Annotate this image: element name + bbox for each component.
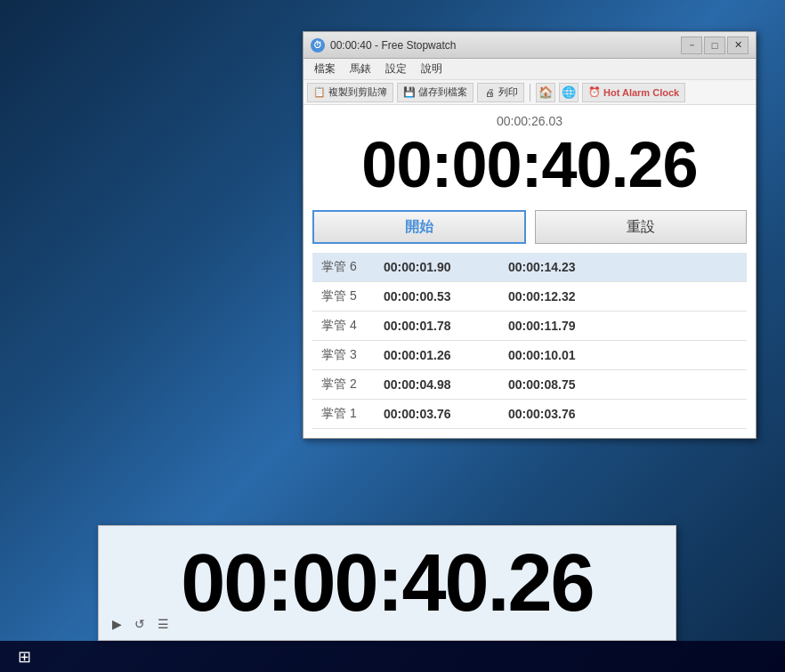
main-time-display: 00:00:40.26 — [312, 133, 747, 197]
menu-help[interactable]: 說明 — [414, 60, 449, 78]
title-bar: ⏱ 00:00:40 - Free Stopwatch － □ ✕ — [303, 32, 756, 59]
lap-time: 00:00:01.90 — [375, 253, 499, 282]
toolbar: 📋 複製到剪貼簿 💾 儲存到檔案 🖨 列印 🏠 🌐 ⏰ Hot Alarm Cl… — [303, 80, 756, 105]
minimize-button[interactable]: － — [681, 36, 702, 54]
lap-label: 掌管 4 — [312, 312, 375, 341]
lap-total-time: 00:00:03.76 — [499, 400, 747, 429]
menu-file[interactable]: 檔案 — [307, 60, 343, 78]
lap-label: 掌管 1 — [312, 400, 375, 429]
float-reset-button[interactable]: ↺ — [131, 615, 149, 633]
lap-time: 00:00:01.26 — [375, 341, 499, 370]
main-content: 00:00:26.03 00:00:40.26 開始 重設 掌管 6 00:00… — [303, 105, 756, 438]
close-button[interactable]: ✕ — [727, 36, 749, 54]
table-row: 掌管 1 00:00:03.76 00:00:03.76 — [312, 400, 747, 429]
lap-total-time: 00:00:08.75 — [499, 370, 747, 400]
save-label: 儲存到檔案 — [418, 85, 467, 99]
copy-label: 複製到剪貼簿 — [328, 85, 387, 99]
windows-start-button[interactable]: ⊞ — [4, 641, 45, 672]
lap-total-time: 00:00:14.23 — [499, 253, 747, 282]
lap-time: 00:00:04.98 — [375, 370, 499, 400]
window-icon: ⏱ — [311, 38, 325, 53]
taskbar: ⊞ — [0, 641, 785, 672]
print-button[interactable]: 🖨 列印 — [477, 83, 524, 102]
lap-label: 掌管 6 — [312, 253, 375, 282]
stopwatch-window: ⏱ 00:00:40 - Free Stopwatch － □ ✕ 檔案 馬錶 … — [303, 31, 757, 439]
print-label: 列印 — [498, 85, 518, 99]
laps-table: 掌管 6 00:00:01.90 00:00:14.23 掌管 5 00:00:… — [312, 253, 747, 429]
table-row: 掌管 5 00:00:00.53 00:00:12.32 — [312, 282, 747, 312]
window-title: 00:00:40 - Free Stopwatch — [330, 39, 681, 52]
menu-settings[interactable]: 設定 — [378, 60, 414, 78]
lap-label: 掌管 2 — [312, 370, 375, 400]
table-row: 掌管 4 00:00:01.78 00:00:11.79 — [312, 312, 747, 341]
maximize-button[interactable]: □ — [704, 36, 725, 54]
floating-time-display: 00:00:40.26 — [99, 543, 676, 623]
menu-bar: 檔案 馬錶 設定 說明 — [303, 59, 756, 80]
lap-label: 掌管 5 — [312, 282, 375, 312]
reset-button[interactable]: 重設 — [535, 210, 747, 244]
toolbar-separator — [530, 84, 530, 101]
lap-time: 00:00:03.76 — [375, 400, 499, 429]
float-settings-button[interactable]: ☰ — [154, 615, 172, 633]
save-file-button[interactable]: 💾 儲存到檔案 — [397, 83, 473, 102]
table-row: 掌管 3 00:00:01.26 00:00:10.01 — [312, 341, 747, 370]
table-row: 掌管 2 00:00:04.98 00:00:08.75 — [312, 370, 747, 400]
home-button[interactable]: 🏠 — [536, 83, 555, 102]
hot-alarm-button[interactable]: ⏰ Hot Alarm Clock — [582, 83, 685, 102]
menu-stopwatch[interactable]: 馬錶 — [343, 60, 378, 78]
subtitle-time: 00:00:26.03 — [312, 114, 747, 128]
lap-time: 00:00:00.53 — [375, 282, 499, 312]
lap-total-time: 00:00:11.79 — [499, 312, 747, 341]
control-buttons: 開始 重設 — [312, 210, 747, 244]
table-row: 掌管 6 00:00:01.90 00:00:14.23 — [312, 253, 747, 282]
float-play-button[interactable]: ▶ — [108, 615, 125, 633]
start-button[interactable]: 開始 — [312, 210, 526, 244]
print-icon: 🖨 — [483, 86, 496, 99]
floating-controls: ▶ ↺ ☰ — [108, 615, 172, 633]
lap-time: 00:00:01.78 — [375, 312, 499, 341]
hot-alarm-label: Hot Alarm Clock — [603, 87, 679, 98]
floating-display: 00:00:40.26 ▶ ↺ ☰ — [98, 525, 676, 641]
title-bar-buttons: － □ ✕ — [681, 36, 749, 54]
web-button[interactable]: 🌐 — [559, 83, 579, 102]
save-icon: 💾 — [403, 86, 416, 99]
alarm-icon: ⏰ — [588, 86, 601, 99]
lap-total-time: 00:00:10.01 — [499, 341, 747, 370]
copy-clipboard-button[interactable]: 📋 複製到剪貼簿 — [307, 83, 393, 102]
lap-total-time: 00:00:12.32 — [499, 282, 747, 312]
lap-label: 掌管 3 — [312, 341, 375, 370]
copy-icon: 📋 — [313, 86, 326, 99]
